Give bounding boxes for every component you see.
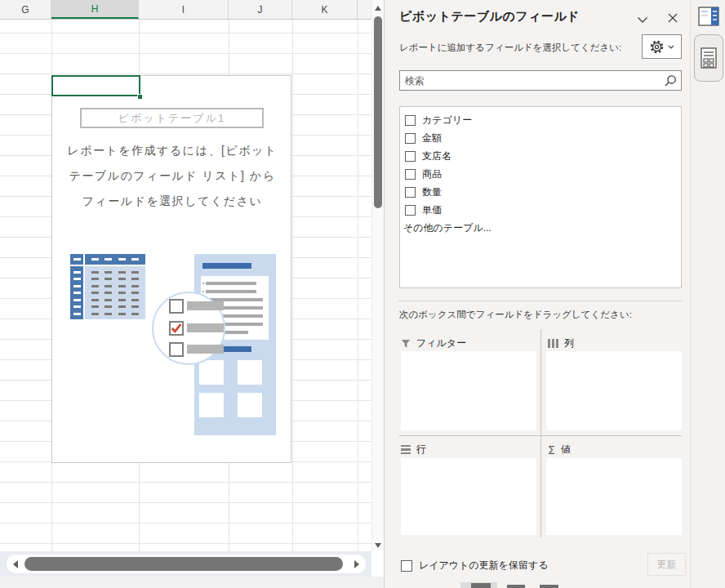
scroll-left-arrow[interactable] — [13, 560, 18, 568]
field-item[interactable]: 金額 — [400, 129, 681, 147]
field-item[interactable]: 支店名 — [400, 147, 681, 165]
vertical-scroll-thumb[interactable] — [374, 16, 382, 208]
defer-layout-checkbox[interactable] — [401, 560, 412, 572]
pivot-table-name-box: ピボットテーブル1 — [80, 108, 264, 128]
field-label: カテゴリー — [422, 114, 472, 127]
cutoff-icon — [471, 583, 491, 588]
values-drop-zone[interactable] — [546, 458, 682, 535]
filters-area-header: フィルター — [401, 336, 466, 350]
field-label: 支店名 — [422, 149, 451, 163]
section-separator — [399, 301, 682, 301]
pane-tab-strip — [690, 0, 725, 588]
field-label: 単価 — [422, 203, 442, 217]
pivot-table-placeholder[interactable]: ピボットテーブル1 レポートを作成するには、[ピボット テーブルのフィールド リ… — [51, 75, 291, 463]
report-tile — [238, 360, 262, 385]
field-item[interactable]: 単価 — [400, 201, 681, 219]
field-list: カテゴリー 金額 支店名 商品 数量 単価 その他のテーブル.. — [399, 106, 682, 288]
gridline — [358, 20, 358, 551]
column-header-partial[interactable] — [358, 0, 371, 19]
scroll-down-arrow[interactable] — [375, 543, 381, 548]
report-tile — [199, 360, 224, 385]
field-checkbox[interactable] — [405, 151, 416, 162]
field-item[interactable]: カテゴリー — [400, 111, 681, 129]
filters-area-label: フィルター — [416, 336, 466, 350]
illustration-checkbox-empty — [169, 342, 184, 357]
drop-areas: フィルター 列 行 Σ 値 — [399, 329, 682, 537]
column-header-j[interactable]: J — [229, 0, 292, 19]
table-body — [85, 266, 145, 319]
field-checkbox[interactable] — [405, 133, 416, 144]
field-label: 数量 — [422, 185, 442, 199]
pivot-fields-pane: ピボットテーブルのフィールド レポートに追加するフィールドを選択してください: — [384, 0, 690, 588]
check-icon — [171, 323, 182, 334]
pane-layout-icon — [698, 7, 719, 26]
columns-area-label: 列 — [564, 336, 574, 350]
pane-close-button[interactable] — [665, 10, 681, 26]
rows-drop-zone[interactable] — [401, 458, 536, 535]
search-box — [399, 70, 682, 91]
column-headers: G H I J K — [0, 0, 371, 20]
scroll-up-arrow[interactable] — [375, 6, 381, 11]
column-header-k[interactable]: K — [292, 0, 358, 19]
field-checkbox[interactable] — [405, 115, 416, 126]
divider — [399, 435, 682, 436]
sheet-grid[interactable]: ピボットテーブル1 レポートを作成するには、[ピボット テーブルのフィールド リ… — [0, 20, 371, 551]
report-title-bar — [202, 263, 251, 269]
drag-areas-label: 次のボックス間でフィールドをドラッグしてください: — [399, 309, 632, 321]
column-header-i[interactable]: I — [139, 0, 229, 19]
report-tile — [199, 393, 224, 417]
illustration-label-bar — [187, 323, 224, 332]
gear-icon — [650, 40, 664, 54]
field-item[interactable]: 商品 — [400, 165, 681, 183]
pane-layout-tab[interactable] — [698, 7, 719, 26]
vertical-scrollbar[interactable] — [371, 0, 384, 551]
update-button[interactable]: 更新 — [647, 553, 686, 576]
search-input[interactable] — [400, 75, 660, 87]
column-header-h-selected[interactable]: H — [51, 0, 139, 19]
cutoff-icon — [540, 585, 558, 588]
field-label: 金額 — [422, 131, 442, 145]
choose-fields-label: レポートに追加するフィールドを選択してください: — [399, 42, 621, 54]
tools-button[interactable] — [642, 34, 682, 59]
gridline — [292, 20, 293, 551]
worksheet: G H I J K ピボットテーブル1 レポートを作成するには、[ピボット テー… — [0, 0, 384, 588]
pane-title: ピボットテーブルのフィールド — [399, 9, 580, 24]
search-button[interactable] — [660, 74, 681, 87]
rows-area-header: 行 — [401, 443, 426, 457]
pivot-instructions: レポートを作成するには、[ピボット テーブルのフィールド リスト] から フィー… — [52, 138, 292, 214]
filter-icon — [401, 339, 411, 349]
defer-layout-row[interactable]: レイアウトの更新を保留する — [401, 559, 549, 572]
close-icon — [668, 13, 678, 23]
fields-pane-tab-selected[interactable] — [694, 34, 723, 82]
horizontal-scrollbar[interactable] — [0, 551, 371, 577]
field-checkbox[interactable] — [405, 169, 416, 180]
horizontal-scroll-thumb[interactable] — [24, 557, 343, 571]
columns-icon — [548, 339, 558, 348]
values-area-header: Σ 値 — [548, 443, 571, 457]
illustration-checkbox-empty — [169, 299, 184, 314]
divider — [540, 329, 541, 537]
selected-cell[interactable] — [51, 75, 140, 96]
horizontal-scroll-track[interactable] — [7, 555, 366, 573]
columns-drop-zone[interactable] — [546, 351, 682, 430]
field-checkbox[interactable] — [405, 187, 416, 198]
table-corner-cell — [70, 254, 83, 265]
field-checkbox[interactable] — [405, 205, 416, 216]
table-illustration — [70, 254, 145, 319]
fill-handle[interactable] — [137, 94, 143, 100]
filters-drop-zone[interactable] — [401, 351, 536, 430]
more-tables-link[interactable]: その他のテーブル... — [400, 219, 681, 237]
illustration-label-bar — [187, 301, 224, 310]
illustration-label-bar — [187, 345, 224, 354]
search-icon — [665, 74, 677, 87]
scroll-right-arrow[interactable] — [354, 560, 359, 568]
column-header-g[interactable]: G — [0, 0, 51, 19]
field-item[interactable]: 数量 — [400, 183, 681, 201]
status-strip — [0, 577, 384, 588]
field-label: 商品 — [422, 167, 442, 181]
illustration-checkbox-checked — [169, 321, 184, 336]
pane-collapse-button[interactable] — [634, 11, 651, 28]
instruction-line: レポートを作成するには、[ピボット — [52, 138, 292, 163]
excel-window: G H I J K ピボットテーブル1 レポートを作成するには、[ピボット テー… — [0, 0, 725, 588]
instruction-line: テーブルのフィールド リスト] から — [52, 163, 292, 189]
